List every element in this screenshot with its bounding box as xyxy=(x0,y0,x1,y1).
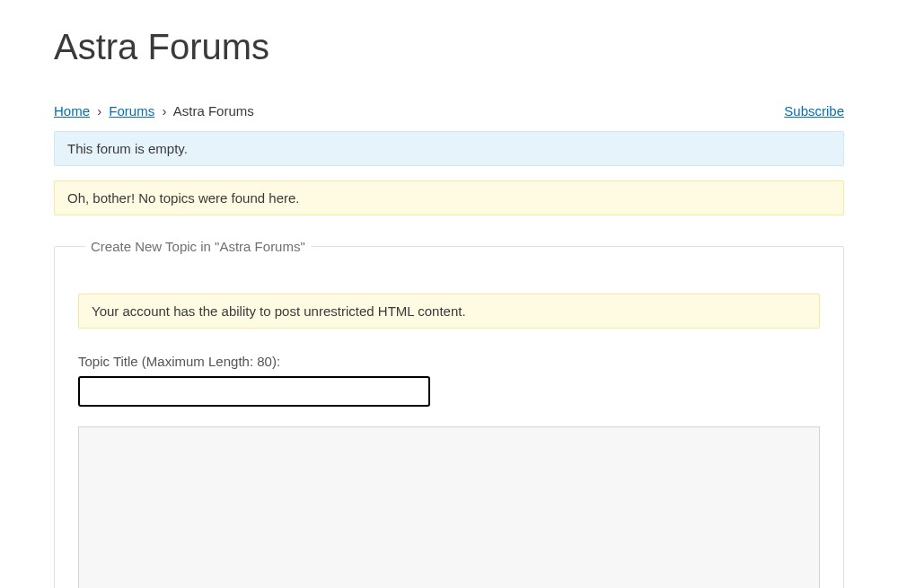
create-topic-fieldset: Create New Topic in "Astra Forums" Your … xyxy=(54,239,844,588)
topic-title-label: Topic Title (Maximum Length: 80): xyxy=(78,354,820,369)
forum-empty-notice: This forum is empty. xyxy=(54,131,844,166)
breadcrumb-separator: › xyxy=(162,103,166,118)
breadcrumb-current: Astra Forums xyxy=(173,103,254,118)
create-topic-legend: Create New Topic in "Astra Forums" xyxy=(85,239,311,254)
topic-content-editor[interactable] xyxy=(78,426,820,588)
subscribe-link[interactable]: Subscribe xyxy=(784,103,844,118)
breadcrumb-home-link[interactable]: Home xyxy=(54,103,90,118)
breadcrumb-separator: › xyxy=(97,103,101,118)
html-permission-notice: Your account has the ability to post unr… xyxy=(78,294,820,329)
breadcrumb-row: Home › Forums › Astra Forums Subscribe xyxy=(54,103,844,118)
topic-title-input[interactable] xyxy=(78,376,430,407)
breadcrumb-forums-link[interactable]: Forums xyxy=(109,103,154,118)
no-topics-notice: Oh, bother! No topics were found here. xyxy=(54,180,844,215)
breadcrumb: Home › Forums › Astra Forums xyxy=(54,103,254,118)
page-title: Astra Forums xyxy=(54,27,844,67)
